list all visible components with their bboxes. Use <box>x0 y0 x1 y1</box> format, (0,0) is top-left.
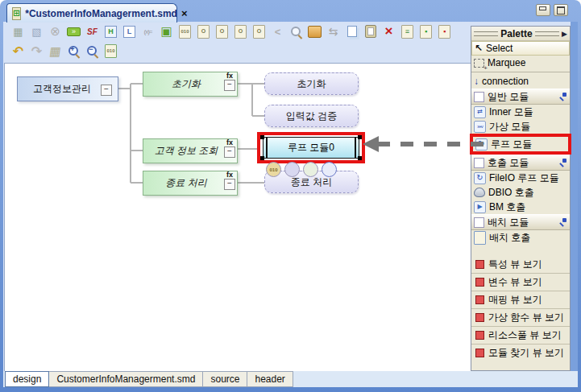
palette-item-batch-call[interactable]: 배치 호출 <box>471 230 570 245</box>
minimize-view-button[interactable] <box>536 4 550 16</box>
binary-doc-icon[interactable]: 010 <box>176 24 193 39</box>
zoom-out-icon[interactable]: − <box>84 43 101 59</box>
palette-tool-marquee[interactable]: Marquee <box>471 56 570 70</box>
zoom-in-icon[interactable]: + <box>65 43 82 59</box>
selection-handle[interactable] <box>358 135 362 139</box>
collapse-icon[interactable]: − <box>224 179 235 190</box>
view-icon <box>475 295 484 304</box>
tab-header[interactable]: header <box>247 371 293 387</box>
palette-tool-select[interactable]: ↖ Select <box>471 41 570 56</box>
palette-item-bm-call[interactable]: ▶ BM 호출 <box>471 200 570 214</box>
palette-item-label: FileIO 루프 모듈 <box>489 171 559 185</box>
palette-item-inner-module[interactable]: ⇄ Inner 모듈 <box>471 105 570 119</box>
node-loop-module-0[interactable]: 루프 모듈0 <box>263 137 359 159</box>
collapse-left-icon[interactable]: < <box>269 24 286 39</box>
close-icon[interactable]: × <box>181 7 188 19</box>
node-customer-info-lookup-function[interactable]: 고객 정보 조회 fx− <box>143 138 238 163</box>
expression-icon[interactable]: (x)= <box>139 24 156 39</box>
selection-handle[interactable] <box>358 156 362 160</box>
palette-header[interactable]: Palette ▶ <box>471 27 570 41</box>
disconnect-icon[interactable]: ⊗ <box>47 24 64 39</box>
arrow-down-icon: ↓ <box>474 76 479 87</box>
virtual-module-icon: x+v <box>474 121 486 133</box>
bookmark-green-doc-icon[interactable]: ▪ <box>417 24 434 39</box>
batch-doc-icon <box>474 231 486 245</box>
palette-item-dbio-call[interactable]: DBIO 호출 <box>471 185 570 200</box>
pane-border <box>571 22 578 371</box>
palette-item-virtual-function-view[interactable]: 가상 함수 뷰 보기 <box>471 308 570 326</box>
palette-item-variable-view[interactable]: 변수 뷰 보기 <box>471 273 570 291</box>
pin-icon[interactable] <box>558 93 567 101</box>
frame-module-icon[interactable]: H <box>102 24 119 39</box>
palette-item-resource-pool-view[interactable]: 리소스풀 뷰 보기 <box>471 326 570 344</box>
view-icon <box>475 313 484 322</box>
palette-item-virtual-module[interactable]: x+v 가상 모듈 <box>471 119 570 134</box>
frame-module-glyph: H <box>105 26 117 38</box>
tab-design[interactable]: design <box>5 371 49 387</box>
palette-drawer-call-module[interactable]: 호출 모듈 <box>471 155 570 171</box>
collapse-icon[interactable]: − <box>224 146 235 158</box>
palette-item-label: 특성 뷰 보기 <box>488 258 542 271</box>
add-module-icon[interactable]: ▦ <box>10 24 27 39</box>
copy-doc-icon-1[interactable]: O <box>195 24 212 39</box>
node-label: 초기화 <box>172 77 201 91</box>
search-icon[interactable] <box>288 24 305 39</box>
checklist-icon[interactable]: ≡ <box>399 24 416 39</box>
palette-item-label: 매핑 뷰 보기 <box>488 293 542 307</box>
diagram-canvas[interactable]: 고객정보관리 − 초기화 fx− 고객 정보 조회 fx− 종료 처리 fx− … <box>4 63 471 372</box>
refresh-icon[interactable]: ⇆ <box>325 24 342 39</box>
tab-smd-file[interactable]: CustomerInfoManagerment.smd <box>49 371 203 387</box>
redo-icon[interactable]: ↷ <box>28 43 45 59</box>
node-init-module[interactable]: 초기화 <box>264 72 359 95</box>
palette-item-module-find-view[interactable]: 모듈 찾기 뷰 보기 <box>471 344 570 361</box>
maximize-view-button[interactable] <box>554 4 568 16</box>
quick-module-icon[interactable] <box>284 162 300 177</box>
bookmark-red-doc-icon[interactable]: ▪ <box>436 24 453 39</box>
node-end-process-function[interactable]: 종료 처리 fx− <box>143 171 238 196</box>
node-input-validation-module[interactable]: 입력값 검증 <box>264 105 359 127</box>
paste-icon[interactable] <box>362 24 379 39</box>
quick-inner-icon[interactable] <box>303 162 318 177</box>
palette-item-fileio-loop-module[interactable]: ↻ FileIO 루프 모듈 <box>471 171 570 185</box>
table-view-icon[interactable]: ▦ <box>46 43 65 59</box>
collapse-range-icon[interactable]: » <box>65 24 82 39</box>
palette-item-label: 모듈 찾기 뷰 보기 <box>488 346 564 360</box>
quick-binary-icon[interactable]: 010 <box>266 162 281 177</box>
palette-title: Palette <box>500 28 532 39</box>
view-icon <box>475 260 484 269</box>
palette-item-mapping-view[interactable]: 매핑 뷰 보기 <box>471 291 570 308</box>
copy-doc-icon-3[interactable]: O <box>232 24 249 39</box>
palette-item-label: 가상 함수 뷰 보기 <box>488 311 564 324</box>
pin-icon[interactable] <box>558 218 567 227</box>
delete-icon[interactable]: × <box>380 24 397 39</box>
selection-handle[interactable] <box>260 156 264 160</box>
palette-drawer-batch-module[interactable]: 배치 모듈 <box>471 214 570 230</box>
collapse-icon[interactable]: − <box>101 85 112 96</box>
script-function-icon[interactable]: SF <box>84 24 101 39</box>
palette-tool-connection[interactable]: ↓ connection <box>471 74 570 89</box>
collapse-icon[interactable]: − <box>224 80 235 91</box>
export-module-icon[interactable]: ▧ <box>28 24 45 39</box>
node-init-function[interactable]: 초기화 fx− <box>143 72 238 97</box>
package-icon[interactable] <box>306 24 323 39</box>
palette-item-feature-view[interactable]: 특성 뷰 보기 <box>471 256 570 273</box>
palette-drawer-general-module[interactable]: 일반 모듈 <box>471 89 570 105</box>
tab-source[interactable]: source <box>203 371 247 387</box>
node-customer-info-management[interactable]: 고객정보관리 − <box>17 76 118 101</box>
module-icon <box>474 158 484 168</box>
pin-icon[interactable] <box>558 159 567 167</box>
copy-doc-icon-4[interactable]: O <box>251 24 268 39</box>
copy-doc-icon-2[interactable]: O <box>214 24 230 39</box>
module-icon <box>474 217 484 228</box>
undo-icon[interactable]: ↶ <box>10 43 27 59</box>
binary-doc-icon-2[interactable]: 010 <box>102 43 119 59</box>
editor-tab[interactable]: ⊞ *CustomerInfoManagerment.smd × <box>6 3 177 23</box>
palette-item-loop-module[interactable]: ↻ 루프 모듈 <box>473 137 568 151</box>
inner-module-icon[interactable]: ▣ <box>158 24 175 39</box>
copy-icon[interactable] <box>343 24 360 39</box>
collapse-palette-icon[interactable]: ▶ <box>562 30 567 38</box>
database-icon <box>474 188 485 197</box>
selection-handle[interactable] <box>260 135 264 139</box>
quick-call-icon[interactable] <box>322 162 337 177</box>
hierarchy-icon[interactable]: L <box>121 24 138 39</box>
